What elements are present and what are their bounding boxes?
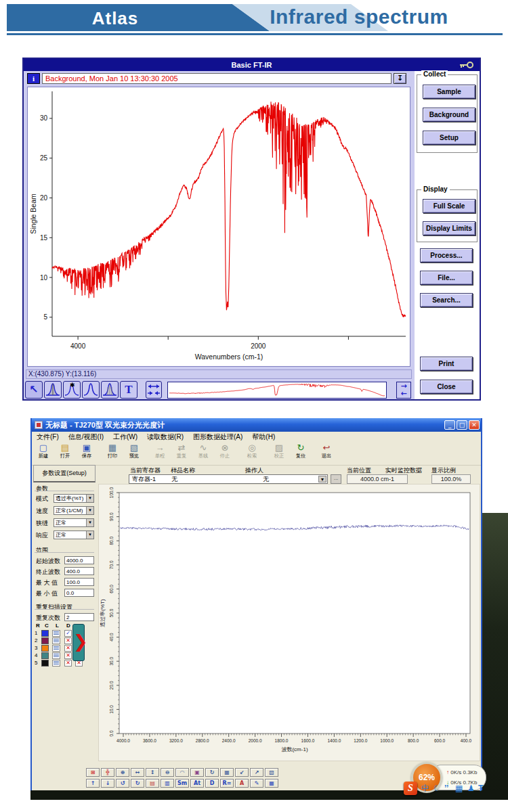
display-limits-button[interactable]: Display Limits <box>423 221 475 235</box>
trace-dropdown-button[interactable]: ↧ <box>394 73 406 84</box>
ratio-icon[interactable]: R= <box>220 779 234 788</box>
print-preview-icon[interactable]: ▧预览 <box>124 443 144 464</box>
skin-icon[interactable]: T <box>478 783 483 794</box>
ftir-titlebar[interactable]: Basic FT-IR <box>24 59 480 71</box>
file-button[interactable]: File... <box>420 271 473 285</box>
menu-item-5[interactable]: 帮助(H) <box>247 432 280 442</box>
tab-setup[interactable]: 参数设置(Setup) <box>33 465 96 482</box>
grid-icon[interactable]: ▦ <box>220 768 234 777</box>
new-doc-icon[interactable]: ▢新建 <box>33 443 54 464</box>
text-tool-icon[interactable]: T <box>120 381 137 399</box>
reset-icon[interactable]: ↻复位 <box>291 443 311 464</box>
repeat-count-input[interactable] <box>64 613 94 621</box>
register-color-swatch[interactable] <box>41 652 49 659</box>
chevron-down-icon[interactable]: ▼ <box>86 495 93 502</box>
setup-button[interactable]: Setup <box>423 131 475 145</box>
close-button[interactable]: Close <box>420 380 473 394</box>
pan-h-icon[interactable]: ↔ <box>131 768 144 777</box>
trace-icon[interactable]: ◠ <box>175 768 189 777</box>
speed-select[interactable]: 正常(1/CM)▼ <box>54 506 94 515</box>
peak-hatched-icon[interactable] <box>101 381 119 399</box>
annotate-icon[interactable]: A <box>235 779 249 788</box>
undo-icon[interactable]: ↺ <box>116 779 129 788</box>
line-style-icon[interactable] <box>52 652 60 659</box>
menu-item-0[interactable]: 文件(F) <box>32 432 64 442</box>
image-icon[interactable]: ▣ <box>190 768 204 777</box>
maximize-button[interactable]: □ <box>457 420 467 430</box>
trace-title-field[interactable]: Background, Mon Jan 10 13:30:30 2005 <box>42 73 391 84</box>
shift-down-icon[interactable]: ↓ <box>101 779 114 788</box>
exit-icon[interactable]: ↩退出 <box>316 443 337 464</box>
register-color-swatch[interactable] <box>41 637 49 644</box>
tj-spectrum-chart[interactable]: 100.090.080.070.060.050.040.030.020.010.… <box>98 484 480 761</box>
printer-icon[interactable]: ▦打印 <box>102 443 123 464</box>
scale-up-icon[interactable]: ↗ <box>250 768 263 777</box>
zoom-out-icon[interactable]: ⊖ <box>161 768 174 777</box>
mode-select[interactable]: 透过率(%T)▼ <box>54 494 94 503</box>
smooth-icon[interactable]: Sm <box>175 779 189 788</box>
chevron-down-icon[interactable]: ▼ <box>86 507 93 514</box>
cross-icon[interactable]: ✕ <box>64 637 72 644</box>
person-icon[interactable]: ♟ <box>467 783 475 794</box>
max-input[interactable] <box>64 578 94 586</box>
table-icon[interactable]: ▦ <box>265 779 278 788</box>
menu-item-1[interactable]: 信息/视图(I) <box>64 432 108 442</box>
menu-item-2[interactable]: 工作(W) <box>108 432 142 442</box>
process-button[interactable]: Process... <box>420 248 473 263</box>
peak-star-icon[interactable]: ✱ <box>63 381 81 399</box>
overview-spectrum-strip[interactable] <box>167 382 387 399</box>
select-arrow-icon[interactable]: ↖ <box>25 381 43 399</box>
view-3d-icon[interactable]: ▧ <box>265 768 278 777</box>
compress-range-icon[interactable]: ╬ <box>101 768 114 777</box>
peak-filled-icon[interactable] <box>44 381 62 399</box>
ruler-icon[interactable]: ▤ <box>146 779 159 788</box>
rotate-icon[interactable]: ↻ <box>205 768 219 777</box>
autolabel-icon[interactable]: At <box>190 779 204 788</box>
minimize-button[interactable]: _ <box>444 420 455 430</box>
save-disk-icon[interactable]: ▣保存 <box>77 443 97 464</box>
chevron-down-icon[interactable]: ▼ <box>86 531 93 539</box>
cross-icon[interactable]: ✕ <box>64 660 72 667</box>
close-icon[interactable]: ✕ <box>469 420 480 430</box>
end-wn-input[interactable] <box>64 567 94 575</box>
keyboard-icon[interactable]: ▦ <box>455 783 463 794</box>
background-button[interactable]: Background <box>423 108 475 122</box>
pan-v-icon[interactable]: ↕ <box>146 768 159 777</box>
register-color-swatch[interactable] <box>41 660 49 667</box>
register-color-swatch[interactable] <box>41 645 49 652</box>
line-style-icon[interactable] <box>52 637 60 644</box>
scale-down-icon[interactable]: ↙ <box>235 768 249 777</box>
open-folder-icon[interactable]: ▤打开 <box>55 443 75 464</box>
peak-outline-icon[interactable] <box>82 381 100 399</box>
line-style-icon[interactable] <box>52 660 60 667</box>
info-icon[interactable]: i <box>27 73 40 84</box>
full-range-icon[interactable]: ⊞ <box>86 768 100 777</box>
cross-icon[interactable]: ✕ <box>64 645 72 652</box>
slit-select[interactable]: 正常▼ <box>54 518 94 527</box>
sogou-s-icon[interactable]: S <box>404 782 417 795</box>
min-input[interactable] <box>64 589 94 597</box>
combo-arrow-icon[interactable]: ▼ <box>318 476 326 482</box>
chinese-mode-icon[interactable]: 中 <box>421 783 429 794</box>
shift-up-icon[interactable]: ↑ <box>86 779 100 788</box>
cross-icon[interactable]: ✕ <box>64 652 72 659</box>
chevron-down-icon[interactable]: ▼ <box>86 519 93 526</box>
redo-icon[interactable]: ↻ <box>131 779 144 788</box>
sample-button[interactable]: Sample <box>423 85 475 99</box>
menu-item-3[interactable]: 读取数据(R) <box>142 432 188 442</box>
expand-icon[interactable]: ▥ <box>161 779 174 788</box>
compress-x-icon[interactable] <box>146 381 162 399</box>
line-style-icon[interactable] <box>52 645 60 652</box>
zoom-in-icon[interactable]: ⊕ <box>116 768 129 777</box>
print-button[interactable]: Print <box>420 357 473 371</box>
punctuation-icon[interactable]: ’’ <box>444 783 448 794</box>
ftir-spectrum-chart[interactable]: 5101520253040002000Wavenumbers (cm-1)Sin… <box>27 87 410 367</box>
more-options-button[interactable]: ... <box>331 474 341 484</box>
derivative-icon[interactable]: D <box>205 779 219 788</box>
moon-icon[interactable]: ☾ <box>433 783 441 794</box>
spectro-titlebar[interactable]: 无标题 - TJ270型 双光束分光光度计 _ □ ✕ <box>32 418 481 432</box>
draw-icon[interactable]: ✎ <box>250 779 263 788</box>
register-combo[interactable]: 寄存器-1 无 无 ▼ <box>129 474 328 484</box>
check-icon[interactable]: ✓ <box>64 630 72 637</box>
search-button[interactable]: Search... <box>420 293 473 307</box>
